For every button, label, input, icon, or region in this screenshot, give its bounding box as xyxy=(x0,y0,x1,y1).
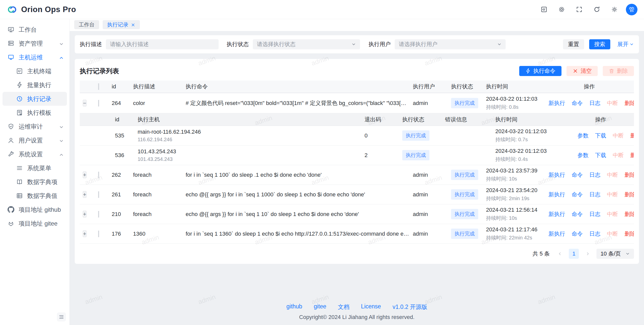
row-checkbox[interactable] xyxy=(98,172,99,178)
row-action-interrupt-link[interactable]: 中断 xyxy=(607,230,618,238)
prev-page-button[interactable] xyxy=(556,249,564,259)
footer-link-文档[interactable]: 文档 xyxy=(338,303,349,311)
user-avatar[interactable]: 管 xyxy=(626,4,637,15)
fullscreen-icon[interactable] xyxy=(573,4,585,16)
sub-row-action-params-link[interactable]: 参数 xyxy=(578,152,589,159)
refresh-icon[interactable] xyxy=(591,4,603,16)
expand-row-toggle[interactable]: + xyxy=(83,171,87,178)
code-square-icon[interactable] xyxy=(538,4,550,16)
row-action-rerun-link[interactable]: 重新执行 xyxy=(548,210,565,218)
sidebar-item-项目地址 gitee[interactable]: 项目地址 gitee xyxy=(0,216,69,230)
row-action-log-link[interactable]: 日志 xyxy=(589,171,600,179)
status-badge: 执行完成 xyxy=(451,98,478,108)
row-action-log-link[interactable]: 日志 xyxy=(589,99,600,107)
expand-row-toggle[interactable]: + xyxy=(83,191,87,198)
row-checkbox[interactable] xyxy=(98,231,99,237)
sub-row-host-line2: 101.43.254.243 xyxy=(138,156,361,162)
page-size-select[interactable]: 10 条/页 xyxy=(596,249,634,259)
collapse-row-toggle[interactable]: − xyxy=(83,100,87,106)
sub-row-action-interrupt-link[interactable]: 中断 xyxy=(613,152,624,159)
table-row-262: +262foreachfor i in `seq 1 100` do sleep… xyxy=(80,165,634,185)
row-action-command-link[interactable]: 命令 xyxy=(572,99,583,107)
select-all-checkbox[interactable] xyxy=(98,83,99,90)
row-action-interrupt-link[interactable]: 中断 xyxy=(607,210,618,218)
sub-row-action-delete-link[interactable]: 删除 xyxy=(630,152,634,159)
sidebar-item-系统菜单[interactable]: 系统菜单 xyxy=(0,161,69,175)
settings-gear-icon[interactable] xyxy=(608,4,620,16)
row-action-delete-link[interactable]: 删除 xyxy=(625,230,634,238)
tab-bar: 工作台执行记录 xyxy=(70,19,644,31)
sub-row-action-interrupt-link[interactable]: 中断 xyxy=(613,132,624,139)
exec-command-button[interactable]: 执行命令 xyxy=(519,66,561,76)
row-actions: 重新执行命令日志中断删除 xyxy=(548,210,634,218)
row-action-interrupt-link[interactable]: 中断 xyxy=(607,171,618,179)
sidebar-item-用户设置[interactable]: 用户设置 xyxy=(0,133,69,147)
sidebar-item-数据字典项[interactable]: 数据字典项 xyxy=(0,175,69,189)
sub-row-action-delete-link[interactable]: 删除 xyxy=(630,132,634,139)
row-action-rerun-link[interactable]: 重新执行 xyxy=(548,230,565,238)
row-action-delete-link[interactable]: 删除 xyxy=(625,99,634,107)
row-action-log-link[interactable]: 日志 xyxy=(589,210,600,218)
row-action-interrupt-link[interactable]: 中断 xyxy=(607,191,618,198)
reset-button[interactable]: 重置 xyxy=(563,39,584,49)
sub-row-action-download-link[interactable]: 下载 xyxy=(595,132,606,139)
sidebar-item-系统设置[interactable]: 系统设置 xyxy=(0,147,69,161)
sidebar-item-执行模板[interactable]: 执行模板 xyxy=(0,106,69,120)
footer-link-License[interactable]: License xyxy=(361,303,381,311)
wrench-icon xyxy=(8,151,14,158)
row-time-line1: 2024-03-21 12:17:46 xyxy=(486,226,545,233)
tab-工作台[interactable]: 工作台 xyxy=(74,20,99,29)
sidebar-item-执行记录[interactable]: 执行记录 xyxy=(3,92,67,106)
row-action-rerun-link[interactable]: 重新执行 xyxy=(548,191,565,198)
footer-link-gitee[interactable]: gitee xyxy=(314,303,326,311)
clear-button[interactable]: 清空 xyxy=(567,66,598,76)
exec-desc-input[interactable] xyxy=(106,39,219,49)
row-action-interrupt-link[interactable]: 中断 xyxy=(607,99,618,107)
sidebar-item-数据字典值[interactable]: 数据字典值 xyxy=(0,189,69,203)
theme-sun-icon[interactable] xyxy=(555,4,568,16)
sidebar-item-工作台[interactable]: 工作台 xyxy=(0,23,69,37)
row-action-command-link[interactable]: 命令 xyxy=(572,210,583,218)
exec-user-select[interactable]: 请选择执行用户 xyxy=(395,39,506,49)
row-action-delete-link[interactable]: 删除 xyxy=(625,210,634,218)
row-checkbox[interactable] xyxy=(98,191,99,198)
sub-row-action-command-link[interactable]: 命令 xyxy=(571,132,571,139)
footer-link-v1.0.2 开源版[interactable]: v1.0.2 开源版 xyxy=(392,303,427,311)
sub-row-exit-code: 0 xyxy=(365,132,402,139)
row-action-log-link[interactable]: 日志 xyxy=(589,230,600,238)
row-action-delete-link[interactable]: 删除 xyxy=(625,191,634,198)
row-checkbox[interactable] xyxy=(98,211,99,218)
row-action-rerun-link[interactable]: 重新执行 xyxy=(548,99,565,107)
row-time-line2: 持续时间: 0.8s xyxy=(486,104,545,111)
next-page-button[interactable] xyxy=(583,249,592,259)
exec-status-select[interactable]: 请选择执行状态 xyxy=(253,39,360,49)
sidebar-item-项目地址 github[interactable]: 项目地址 github xyxy=(0,203,69,216)
row-action-command-link[interactable]: 命令 xyxy=(572,230,583,238)
search-button[interactable]: 搜索 xyxy=(589,39,610,49)
expand-filters-link[interactable]: 展开 xyxy=(617,41,634,48)
delete-button[interactable]: 删除 xyxy=(603,66,634,76)
row-checkbox[interactable] xyxy=(98,100,99,106)
sidebar-item-资产管理[interactable]: 资产管理 xyxy=(0,37,69,50)
sidebar-item-主机终端[interactable]: 主机终端 xyxy=(0,64,69,78)
tab-执行记录[interactable]: 执行记录 xyxy=(103,20,140,29)
row-action-rerun-link[interactable]: 重新执行 xyxy=(548,171,565,179)
page-number-1[interactable]: 1 xyxy=(569,249,579,259)
footer-link-github[interactable]: github xyxy=(287,303,302,311)
expand-row-toggle[interactable]: + xyxy=(83,230,87,237)
sidebar-item-主机运维[interactable]: 主机运维 xyxy=(0,50,69,64)
sidebar-item-运维审计[interactable]: 运维审计 xyxy=(0,120,69,133)
close-icon[interactable] xyxy=(131,22,135,27)
expand-row-toggle[interactable]: + xyxy=(83,211,87,218)
sub-row-action-params-link[interactable]: 参数 xyxy=(578,132,589,139)
sidebar-collapse-button[interactable] xyxy=(57,312,66,321)
sidebar-item-批量执行[interactable]: 批量执行 xyxy=(0,78,69,92)
row-action-log-link[interactable]: 日志 xyxy=(589,191,600,198)
sidebar-item-label: 资产管理 xyxy=(19,40,55,48)
sub-row-action-command-link[interactable]: 命令 xyxy=(571,152,571,159)
sub-row-action-download-link[interactable]: 下载 xyxy=(595,152,606,159)
row-action-command-link[interactable]: 命令 xyxy=(572,171,583,179)
exec-record-card: 执行记录列表 执行命令 清空 删除 xyxy=(75,59,639,264)
row-action-command-link[interactable]: 命令 xyxy=(572,191,583,198)
row-action-delete-link[interactable]: 删除 xyxy=(625,171,634,179)
